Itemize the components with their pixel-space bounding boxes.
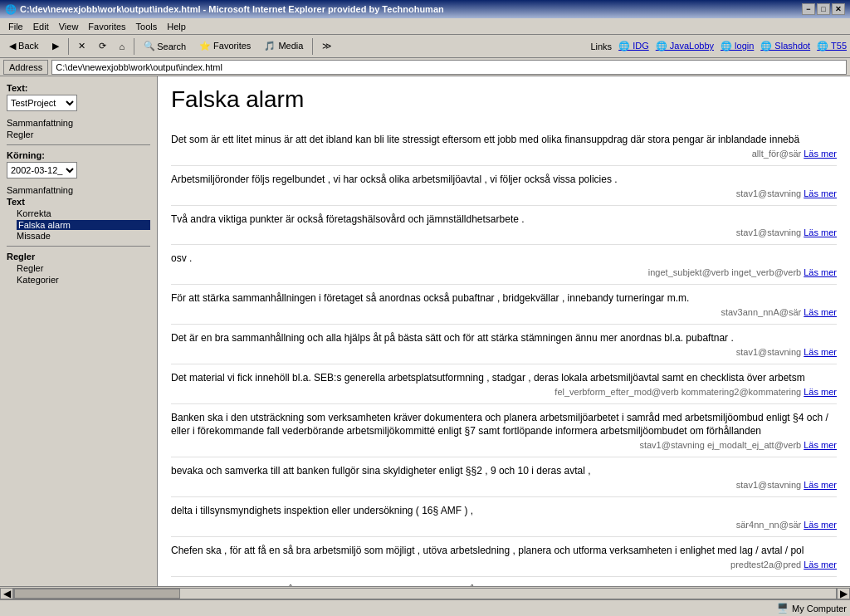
toolbar-links: Links 🌐 IDG 🌐 JavaLobby 🌐 login 🌐 Slashd…: [590, 41, 847, 51]
sidebar-divider2: [7, 246, 150, 247]
las-mer-link[interactable]: Läs mer: [804, 520, 837, 530]
las-mer-link[interactable]: Läs mer: [804, 227, 837, 237]
status-bar: 🖥️ My Computer: [0, 599, 850, 616]
sidebar-text-label2: Text: [7, 197, 150, 207]
link-t55[interactable]: 🌐 T55: [817, 41, 847, 51]
sidebar-text-label: Text:: [7, 83, 150, 93]
menu-view[interactable]: View: [54, 21, 84, 32]
table-row: Chefen ska , för att få en så bra arbets…: [171, 537, 837, 577]
entry-meta: stav3ann_nnA@sär Läs mer: [171, 307, 837, 317]
las-mer-link[interactable]: Läs mer: [804, 387, 837, 397]
main-container: Text: TestProject Sammanfattning Regler …: [0, 76, 850, 586]
link-javalobby[interactable]: 🌐 JavaLobby: [656, 41, 714, 51]
hscroll-right-btn[interactable]: ▶: [837, 588, 850, 599]
sidebar-falska-alarm[interactable]: Falska alarm: [17, 220, 150, 230]
title-bar: 🌐 C:\dev\newexjobb\work\output\index.htm…: [0, 0, 850, 18]
table-row: För att stärka sammanhållningen i företa…: [171, 285, 837, 325]
menu-help[interactable]: Help: [162, 21, 191, 32]
address-input[interactable]: [51, 60, 847, 75]
sidebar-sammanfattning2[interactable]: Sammanfattning: [7, 185, 150, 195]
favorites-button[interactable]: ⭐ Favorites: [193, 37, 256, 56]
entry-meta: stav1@stavning Läs mer: [171, 480, 837, 490]
table-row: Det som är ett litet minus är att det ib…: [171, 126, 837, 166]
entry-meta: stav1@stavning Läs mer: [171, 347, 837, 357]
sidebar-regler1[interactable]: Regler: [7, 130, 150, 139]
minimize-button[interactable]: −: [802, 3, 815, 15]
table-row: osv .inget_subjekt@verb inget_verb@verb …: [171, 245, 837, 285]
media-button[interactable]: 🎵 Media: [258, 37, 309, 56]
title-bar-text: C:\dev\newexjobb\work\output\index.html …: [20, 4, 444, 14]
entry-text: Två andra viktiga punkter är också föret…: [171, 213, 837, 227]
toolbar-sep3: [312, 38, 313, 55]
las-mer-link[interactable]: Läs mer: [804, 440, 837, 450]
address-bar: Address: [0, 58, 850, 76]
las-mer-link[interactable]: Läs mer: [804, 267, 837, 277]
toolbar-more-button[interactable]: ≫: [316, 37, 338, 56]
toolbar: ◀ Back ▶ ✕ ⟳ ⌂ 🔍 Search ⭐ Favorites 🎵 Me…: [0, 35, 850, 58]
home-button[interactable]: ⌂: [114, 37, 131, 56]
toolbar-sep1: [68, 38, 69, 55]
entry-meta: sär4nn_nn@sär Läs mer: [171, 520, 837, 530]
sidebar-sammanfattning1[interactable]: Sammanfattning: [7, 118, 150, 128]
stop-button[interactable]: ✕: [72, 37, 91, 56]
sidebar-divider1: [7, 144, 150, 145]
menu-edit[interactable]: Edit: [28, 21, 54, 32]
address-label: Address: [3, 60, 48, 75]
status-right: 🖥️ My Computer: [777, 603, 847, 614]
forward-button[interactable]: ▶: [46, 37, 65, 56]
table-row: Två andra viktiga punkter är också föret…: [171, 206, 837, 246]
table-row: Arbetsmiljöronder följs regelbundet , vi…: [171, 166, 837, 206]
las-mer-link[interactable]: Läs mer: [804, 149, 837, 159]
las-mer-link[interactable]: Läs mer: [804, 560, 837, 570]
entry-text: bevaka och samverka till att banken full…: [171, 464, 837, 478]
project-select[interactable]: TestProject: [7, 95, 77, 111]
entry-meta: allt_för@sär Läs mer: [171, 149, 837, 159]
back-button[interactable]: ◀ Back: [3, 37, 45, 56]
table-row: Det material vi fick innehöll bl.a. SEB:…: [171, 364, 837, 404]
close-button[interactable]: ✕: [832, 3, 845, 15]
entry-text: Chefen ska , för att få en så bra arbets…: [171, 544, 837, 558]
table-row: Banken ska i den utsträckning som verksa…: [171, 404, 837, 458]
hscroll-left-btn[interactable]: ◀: [0, 588, 13, 599]
sidebar-regler-items: Regler Kategorier: [7, 263, 150, 285]
las-mer-link[interactable]: Läs mer: [804, 188, 837, 198]
entry-meta: fel_verbform_efter_mod@verb kommatering2…: [171, 387, 837, 397]
maximize-button[interactable]: □: [817, 3, 830, 15]
menu-favorites[interactable]: Favorites: [83, 21, 130, 32]
entries-container: Det som är ett litet minus är att det ib…: [171, 126, 837, 586]
korning-select[interactable]: 2002-03-12_3: [7, 162, 77, 178]
las-mer-link[interactable]: Läs mer: [804, 307, 837, 317]
sidebar-regler-header: Regler: [7, 252, 150, 262]
hscroll-bar[interactable]: ◀ ▶: [0, 586, 850, 599]
entry-meta: stav1@stavning Läs mer: [171, 227, 837, 237]
menu-tools[interactable]: Tools: [131, 21, 163, 32]
sidebar-kategorier[interactable]: Kategorier: [17, 275, 150, 285]
content-area: Falska alarm Det som är ett litet minus …: [158, 76, 850, 586]
search-button[interactable]: 🔍 Search: [138, 37, 192, 56]
link-idg[interactable]: 🌐 IDG: [618, 41, 649, 51]
entry-meta: stav1@stavning ej_modalt_ej_att@verb Läs…: [171, 440, 837, 450]
title-bar-controls: − □ ✕: [802, 3, 845, 15]
link-login[interactable]: 🌐 login: [721, 41, 754, 51]
title-bar-icon: 🌐: [5, 4, 17, 15]
sidebar-missade[interactable]: Missade: [17, 231, 150, 241]
las-mer-link[interactable]: Läs mer: [804, 480, 837, 490]
computer-label: My Computer: [792, 604, 847, 614]
link-slashdot[interactable]: 🌐 Slashdot: [760, 41, 810, 51]
table-row: bevaka och samverka till att banken full…: [171, 457, 837, 497]
sidebar-korrekta[interactable]: Korrekta: [17, 208, 150, 218]
refresh-button[interactable]: ⟳: [93, 37, 112, 56]
sidebar: Text: TestProject Sammanfattning Regler …: [0, 76, 158, 586]
computer-icon: 🖥️: [777, 603, 789, 614]
hscroll-thumb[interactable]: [14, 589, 180, 599]
table-row: Det är en bra sammanhållning och alla hj…: [171, 325, 837, 364]
las-mer-link[interactable]: Läs mer: [804, 347, 837, 357]
entry-meta: stav1@stavning Läs mer: [171, 188, 837, 198]
entry-meta: predtest2a@pred Läs mer: [171, 560, 837, 570]
menu-file[interactable]: File: [3, 21, 28, 32]
entry-text: Det som är ett litet minus är att det ib…: [171, 133, 837, 147]
table-row: delta i tillsynsmyndighets inspektion el…: [171, 497, 837, 537]
sidebar-regler-link[interactable]: Regler: [17, 263, 150, 273]
entry-text: osv .: [171, 252, 837, 266]
hscroll-track: [13, 588, 837, 599]
